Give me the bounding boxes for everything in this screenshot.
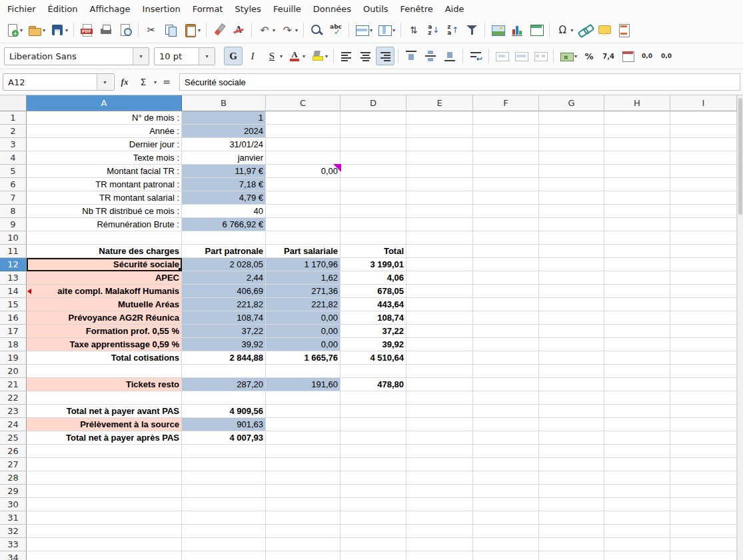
- cell-A28[interactable]: [27, 471, 182, 485]
- menu-fenetre[interactable]: Fenêtre: [394, 1, 439, 17]
- cell-E27[interactable]: [406, 458, 473, 471]
- cell-E29[interactable]: [406, 485, 473, 498]
- cell-B20[interactable]: [182, 365, 266, 378]
- cell-G9[interactable]: [539, 218, 604, 231]
- cell-F24[interactable]: [473, 418, 539, 431]
- cell-B10[interactable]: [182, 231, 266, 245]
- paste-button[interactable]: ▾: [181, 21, 203, 39]
- cell-F9[interactable]: [473, 218, 539, 231]
- row-header-27[interactable]: 27: [0, 458, 27, 471]
- cell-H34[interactable]: [604, 551, 670, 560]
- cell-D31[interactable]: [341, 511, 406, 525]
- cell-B17[interactable]: 37,22: [182, 325, 266, 338]
- cell-F6[interactable]: [473, 178, 539, 191]
- cell-F26[interactable]: [473, 445, 539, 458]
- cell-B12[interactable]: 2 028,05: [182, 258, 266, 271]
- row-header-1[interactable]: 1: [0, 111, 27, 125]
- insert-column-button[interactable]: ▾: [375, 21, 397, 39]
- column-header-G[interactable]: G: [539, 95, 604, 111]
- cell-G13[interactable]: [539, 271, 604, 285]
- cell-G33[interactable]: [539, 538, 604, 551]
- column-header-B[interactable]: B: [182, 95, 266, 111]
- cell-E30[interactable]: [406, 498, 473, 511]
- cell-C1[interactable]: [266, 111, 341, 125]
- insert-row-dropdown[interactable]: ▾: [370, 27, 372, 33]
- cell-F19[interactable]: [473, 351, 539, 365]
- bold-button[interactable]: G: [224, 47, 243, 65]
- cell-D16[interactable]: 108,74: [341, 311, 406, 325]
- cell-D2[interactable]: [341, 125, 406, 138]
- center-vertically-button[interactable]: [421, 47, 440, 65]
- cell-F7[interactable]: [473, 191, 539, 205]
- cell-G12[interactable]: [539, 258, 604, 271]
- cell-A25[interactable]: Total net à payer après PAS: [27, 431, 182, 445]
- cell-A1[interactable]: N° de mois :: [27, 111, 182, 125]
- cell-I9[interactable]: [670, 218, 737, 231]
- cell-B7[interactable]: 4,79 €: [182, 191, 266, 205]
- cell-E5[interactable]: [406, 165, 473, 178]
- italic-button[interactable]: I: [243, 47, 262, 65]
- row-header-23[interactable]: 23: [0, 405, 27, 418]
- insert-chart-button[interactable]: [508, 21, 526, 39]
- cell-A26[interactable]: [27, 445, 182, 458]
- row-header-16[interactable]: 16: [0, 311, 27, 325]
- row-header-29[interactable]: 29: [0, 485, 27, 498]
- cell-D10[interactable]: [341, 231, 406, 245]
- new-document-dropdown[interactable]: ▾: [20, 27, 23, 33]
- cell-E24[interactable]: [406, 418, 473, 431]
- cell-I6[interactable]: [670, 178, 737, 191]
- cell-A30[interactable]: [27, 498, 182, 511]
- cell-I19[interactable]: [670, 351, 737, 365]
- cell-C15[interactable]: 221,82: [266, 298, 341, 311]
- paste-dropdown[interactable]: ▾: [198, 27, 201, 33]
- cell-F34[interactable]: [473, 551, 539, 560]
- cell-E2[interactable]: [406, 125, 473, 138]
- cell-B21[interactable]: 287,20: [182, 378, 266, 391]
- row-header-7[interactable]: 7: [0, 191, 27, 205]
- print-button[interactable]: [97, 21, 115, 39]
- pivot-table-button[interactable]: [527, 21, 546, 39]
- row-header-15[interactable]: 15: [0, 298, 27, 311]
- redo-dropdown[interactable]: ▾: [295, 27, 298, 33]
- open-button[interactable]: ▾: [25, 21, 47, 39]
- cell-I34[interactable]: [670, 551, 737, 560]
- cell-I17[interactable]: [670, 325, 737, 338]
- cell-A14[interactable]: aite compl. Malakoff Humanis: [27, 285, 182, 298]
- cell-A15[interactable]: Mutuelle Aréas: [27, 298, 182, 311]
- cell-C10[interactable]: [266, 231, 341, 245]
- cell-I4[interactable]: [670, 151, 737, 165]
- cell-G22[interactable]: [539, 391, 604, 405]
- row-header-28[interactable]: 28: [0, 471, 27, 485]
- special-character-button[interactable]: Ω▾: [553, 21, 575, 39]
- cell-F27[interactable]: [473, 458, 539, 471]
- cell-B31[interactable]: [182, 511, 266, 525]
- cell-D33[interactable]: [341, 538, 406, 551]
- cell-I10[interactable]: [670, 231, 737, 245]
- cell-B19[interactable]: 2 844,88: [182, 351, 266, 365]
- cell-I23[interactable]: [670, 405, 737, 418]
- cell-G25[interactable]: [539, 431, 604, 445]
- cell-D32[interactable]: [341, 525, 406, 538]
- insert-image-button[interactable]: [488, 21, 507, 39]
- cell-E20[interactable]: [406, 365, 473, 378]
- cell-C24[interactable]: [266, 418, 341, 431]
- cell-H8[interactable]: [604, 205, 670, 218]
- column-header-I[interactable]: I: [670, 95, 737, 111]
- cell-E10[interactable]: [406, 231, 473, 245]
- cell-B15[interactable]: 221,82: [182, 298, 266, 311]
- cell-B26[interactable]: [182, 445, 266, 458]
- cell-F33[interactable]: [473, 538, 539, 551]
- cell-A2[interactable]: Année :: [27, 125, 182, 138]
- cell-F14[interactable]: [473, 285, 539, 298]
- row-header-12[interactable]: 12: [0, 258, 27, 271]
- cell-C19[interactable]: 1 665,76: [266, 351, 341, 365]
- save-button[interactable]: ▾: [48, 21, 70, 39]
- insert-row-button[interactable]: ▾: [353, 21, 374, 39]
- row-header-21[interactable]: 21: [0, 378, 27, 391]
- row-header-22[interactable]: 22: [0, 391, 27, 405]
- cell-A24[interactable]: Prélèvement à la source: [27, 418, 182, 431]
- undo-dropdown[interactable]: ▾: [273, 27, 275, 33]
- cell-A10[interactable]: [27, 231, 182, 245]
- cell-E3[interactable]: [406, 138, 473, 151]
- cell-D28[interactable]: [341, 471, 406, 485]
